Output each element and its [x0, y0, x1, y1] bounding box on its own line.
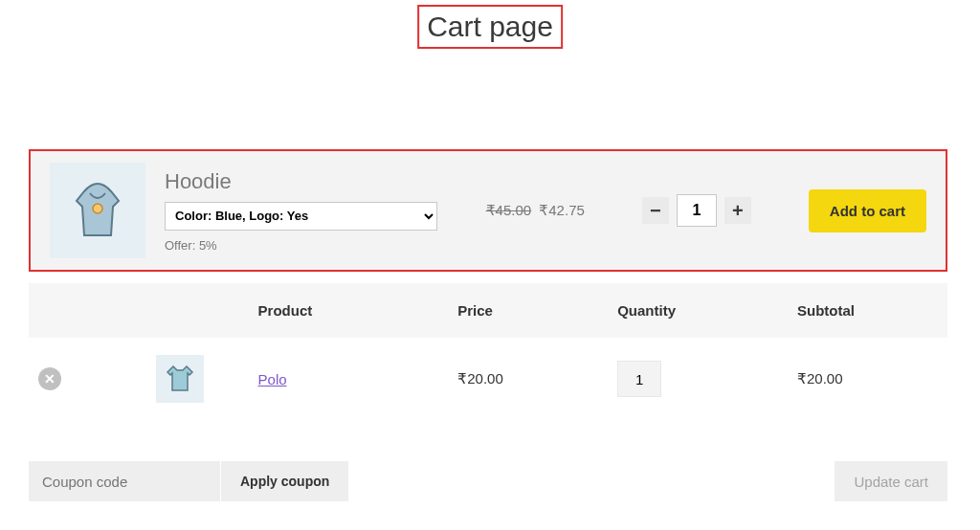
upsell-old-price: ₹45.00: [486, 202, 532, 218]
upsell-product-name: Hoodie: [165, 169, 477, 194]
add-to-cart-button[interactable]: Add to cart: [809, 189, 926, 232]
coupon-input[interactable]: [29, 461, 220, 501]
svg-point-0: [93, 204, 102, 213]
th-price: Price: [448, 283, 608, 338]
table-header-row: Product Price Quantity Subtotal: [29, 283, 947, 338]
product-thumbnail: [156, 355, 204, 403]
upsell-offer-text: Offer: 5%: [165, 238, 477, 253]
row-qty-input[interactable]: [617, 361, 661, 397]
qty-decrease-button[interactable]: −: [642, 197, 669, 224]
upsell-info: Hoodie Color: Blue, Logo: Yes Offer: 5%: [165, 169, 477, 253]
coupon-row: Apply coupon Update cart: [29, 461, 947, 501]
product-link[interactable]: Polo: [258, 371, 287, 387]
page-title: Cart page: [417, 5, 563, 49]
update-cart-button[interactable]: Update cart: [835, 461, 947, 501]
cart-table: Product Price Quantity Subtotal ✕ Polo ₹…: [29, 283, 947, 420]
qty-increase-button[interactable]: +: [724, 197, 751, 224]
quantity-stepper: − +: [642, 194, 751, 227]
th-product: Product: [249, 283, 449, 338]
remove-item-button[interactable]: ✕: [38, 367, 61, 390]
upsell-price: ₹45.00 ₹42.75: [486, 202, 585, 219]
th-quantity: Quantity: [608, 283, 788, 338]
apply-coupon-button[interactable]: Apply coupon: [221, 461, 348, 501]
upsell-variant-select[interactable]: Color: Blue, Logo: Yes: [165, 202, 437, 231]
upsell-panel: Hoodie Color: Blue, Logo: Yes Offer: 5% …: [29, 149, 947, 272]
product-subtotal: ₹20.00: [788, 338, 947, 420]
upsell-product-image: [50, 163, 145, 258]
th-subtotal: Subtotal: [788, 283, 947, 338]
polo-icon: [164, 363, 196, 395]
upsell-new-price: ₹42.75: [539, 202, 585, 218]
hoodie-icon: [63, 176, 132, 245]
qty-input[interactable]: [677, 194, 717, 227]
table-row: ✕ Polo ₹20.00 ₹20.00: [29, 338, 947, 420]
product-price: ₹20.00: [448, 338, 608, 420]
